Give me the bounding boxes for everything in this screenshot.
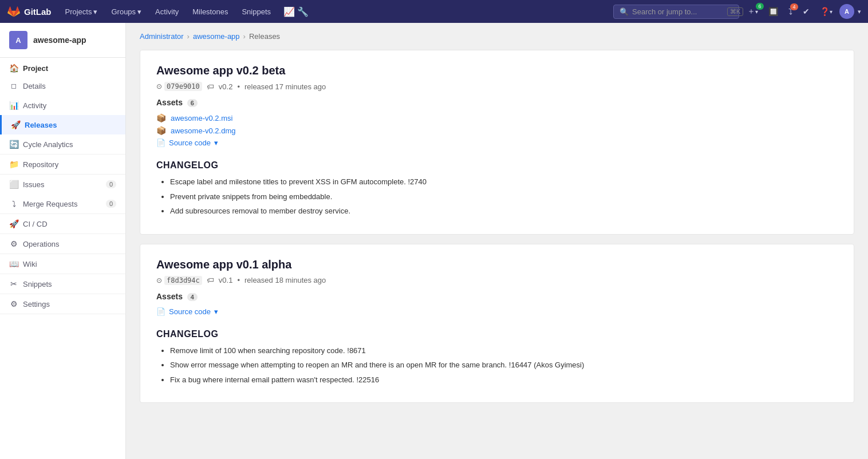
plus-badge: 6	[756, 3, 764, 10]
releases-icon: 🚀	[11, 120, 20, 129]
release-card-2: Awesome app v0.1 alpha ⊙ f8d3d94c 🏷 v0.1…	[140, 244, 854, 403]
plus-icon: ＋	[747, 6, 755, 17]
release-2-assets-count: 4	[187, 293, 198, 301]
help-button[interactable]: ❓ ▾	[816, 5, 836, 18]
changelog-2-item-1: Remove limit of 100 when searching repos…	[170, 345, 838, 357]
sidebar-releases-label: Releases	[25, 121, 57, 129]
sidebar-project-label: Project	[23, 64, 48, 73]
sidebar-item-snippets[interactable]: ✂ Snippets	[0, 274, 125, 294]
sidebar-item-releases[interactable]: 🚀 Releases	[0, 115, 125, 134]
release-1-tag-icon: 🏷	[207, 82, 214, 91]
sidebar-item-settings[interactable]: ⚙ Settings	[0, 294, 125, 314]
nav-milestones[interactable]: Milestones	[188, 7, 232, 16]
release-2-source-label: Source code	[169, 307, 211, 316]
issues-badge: 0	[106, 180, 116, 188]
issues-sidebar-icon: ⬜	[9, 180, 18, 189]
project-name: awesome-app	[33, 35, 86, 45]
sidebar-item-project[interactable]: 🏠 Project	[0, 58, 125, 76]
source-chevron-2: ▾	[214, 307, 218, 316]
release-1-asset-msi[interactable]: 📦 awesome-v0.2.msi	[156, 112, 838, 124]
add-button[interactable]: ＋ 6 ▾	[744, 4, 762, 19]
nav-activity-label: Activity	[155, 7, 179, 16]
sidebar-repo-label: Repository	[23, 160, 58, 169]
issues-button[interactable]: 🔲	[765, 5, 782, 18]
issues-icon: 🔲	[768, 7, 778, 16]
source-chevron-1: ▾	[214, 139, 218, 147]
ops-icon: ⚙	[9, 239, 18, 248]
repo-icon: 📁	[9, 160, 18, 169]
release-1-asset-msi-label: awesome-v0.2.msi	[171, 114, 232, 122]
search-kbd: ⌘K	[727, 7, 743, 16]
sidebar-item-merge-requests[interactable]: ⤵ Merge Requests 0	[0, 194, 125, 213]
release-1-source-label: Source code	[169, 139, 211, 147]
merge-sidebar-icon: ⤵	[9, 199, 18, 208]
avatar-chevron-icon: ▾	[858, 8, 861, 15]
cicd-icon: 🚀	[9, 219, 18, 228]
release-1-changelog-title: CHANGELOG	[156, 160, 838, 171]
sidebar-activity-label: Activity	[23, 101, 46, 110]
breadcrumb-project[interactable]: awesome-app	[193, 32, 240, 41]
projects-chevron-icon: ▾	[93, 7, 97, 16]
merge-badge-sidebar: 0	[106, 200, 116, 208]
help-icon: ❓	[820, 7, 830, 16]
sidebar-item-details[interactable]: ◻ Details	[0, 76, 125, 96]
sidebar-issues-section: ⬜ Issues 0 ⤵ Merge Requests 0	[0, 175, 125, 214]
release-2-tag-icon: 🏷	[207, 276, 214, 284]
nav-snippets[interactable]: Snippets	[237, 7, 275, 16]
sidebar-item-wiki[interactable]: 📖 Wiki	[0, 254, 125, 274]
release-1-asset-dmg-label: awesome-v0.2.dmg	[171, 126, 235, 135]
file-icon-2: 📄	[156, 307, 165, 316]
release-1-assets-label: Assets 6	[156, 98, 838, 107]
gitlab-logo[interactable]: GitLab	[7, 5, 52, 18]
sidebar-cicd-section: 🚀 CI / CD	[0, 214, 125, 234]
sidebar-merge-label: Merge Requests	[23, 200, 77, 208]
release-1-time: released 17 minutes ago	[244, 82, 326, 91]
changelog-1-item-1: Escape label and milestone titles to pre…	[170, 176, 838, 188]
release-2-changelog-list: Remove limit of 100 when searching repos…	[156, 345, 838, 386]
sidebar-item-cycle-analytics[interactable]: 🔄 Cycle Analytics	[0, 134, 125, 154]
search-box[interactable]: 🔍 ⌘K	[613, 5, 739, 19]
snippets-sidebar-icon: ✂	[9, 279, 18, 288]
sidebar-cycle-label: Cycle Analytics	[23, 140, 73, 149]
release-1-source-code[interactable]: 📄 Source code ▾	[156, 137, 838, 149]
nav-milestones-label: Milestones	[192, 7, 228, 16]
sidebar-snippets-section: ✂ Snippets	[0, 274, 125, 294]
sidebar-item-issues[interactable]: ⬜ Issues 0	[0, 175, 125, 194]
sidebar-details-label: Details	[23, 82, 46, 90]
details-icon: ◻	[9, 81, 18, 90]
nav-activity[interactable]: Activity	[151, 7, 183, 16]
release-1-title: Awesome app v0.2 beta	[156, 64, 838, 77]
release-1-asset-dmg[interactable]: 📦 awesome-v0.2.dmg	[156, 124, 838, 137]
sidebar-repository-section: 📁 Repository	[0, 155, 125, 175]
cycle-icon: 🔄	[9, 140, 18, 149]
sidebar-item-repository[interactable]: 📁 Repository	[0, 155, 125, 174]
top-nav: GitLab Projects ▾ Groups ▾ Activity Mile…	[0, 0, 868, 23]
nav-groups[interactable]: Groups ▾	[106, 7, 146, 16]
help-chevron-icon: ▾	[830, 9, 833, 15]
sidebar-item-activity[interactable]: 📊 Activity	[0, 96, 125, 115]
breadcrumb: Administrator › awesome-app › Releases	[140, 32, 854, 41]
page-layout: A awesome-app 🏠 Project ◻ Details 📊 Acti…	[0, 23, 868, 459]
commit-icon: ⊙	[156, 82, 162, 90]
search-input[interactable]	[632, 7, 724, 16]
check-icon: ✔	[803, 7, 810, 16]
sidebar-item-cicd[interactable]: 🚀 CI / CD	[0, 214, 125, 234]
breadcrumb-current: Releases	[249, 32, 280, 41]
commit-icon-2: ⊙	[156, 276, 162, 284]
release-2-source-code[interactable]: 📄 Source code ▾	[156, 306, 838, 318]
nav-snippets-label: Snippets	[242, 7, 271, 16]
breadcrumb-admin[interactable]: Administrator	[140, 32, 184, 41]
settings-icon: ⚙	[9, 299, 18, 308]
nav-projects[interactable]: Projects ▾	[61, 7, 102, 16]
sidebar-item-operations[interactable]: ⚙ Operations	[0, 234, 125, 254]
main-content: Administrator › awesome-app › Releases A…	[126, 23, 868, 459]
merge-requests-button[interactable]: ⤵ 4	[785, 5, 796, 18]
release-1-meta: ⊙ 079e9010 🏷 v0.2 • released 17 minutes …	[156, 82, 838, 91]
release-2-title: Awesome app v0.1 alpha	[156, 258, 838, 271]
release-2-changelog-title: CHANGELOG	[156, 329, 838, 339]
release-2-meta: ⊙ f8d3d94c 🏷 v0.1 • released 18 minutes …	[156, 276, 838, 285]
sidebar-project-header[interactable]: A awesome-app	[0, 23, 125, 58]
todos-button[interactable]: ✔	[799, 5, 813, 18]
user-avatar[interactable]: A	[839, 4, 854, 19]
release-1-assets-count: 6	[187, 99, 198, 107]
